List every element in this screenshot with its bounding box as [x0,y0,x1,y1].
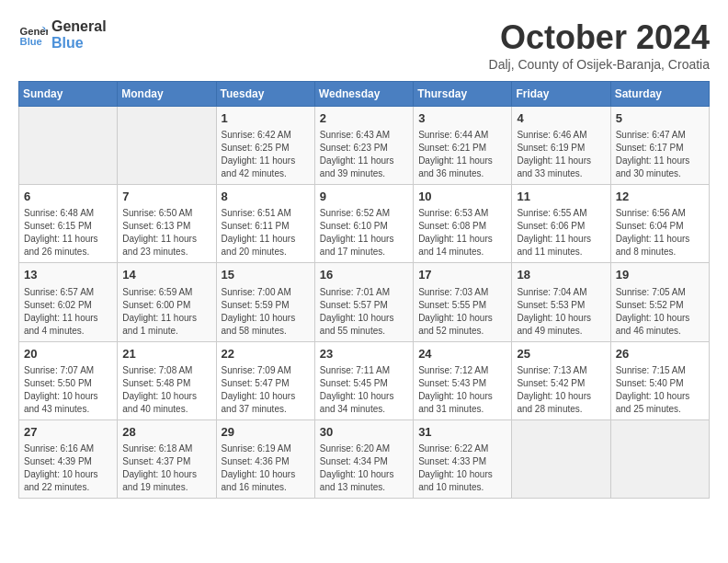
calendar-cell [118,107,216,185]
day-number: 15 [222,267,310,283]
day-number: 13 [24,267,112,283]
day-number: 17 [418,267,506,283]
calendar-cell: 6Sunrise: 6:48 AM Sunset: 6:15 PM Daylig… [19,185,118,263]
calendar-cell: 26Sunrise: 7:15 AM Sunset: 5:40 PM Dayli… [610,341,709,419]
day-number: 28 [122,424,210,441]
calendar-cell: 8Sunrise: 6:51 AM Sunset: 6:11 PM Daylig… [216,185,314,263]
calendar-body: 1Sunrise: 6:42 AM Sunset: 6:25 PM Daylig… [19,107,710,499]
calendar-cell: 13Sunrise: 6:57 AM Sunset: 6:02 PM Dayli… [19,263,118,341]
calendar-cell: 23Sunrise: 7:11 AM Sunset: 5:45 PM Dayli… [314,341,413,419]
day-number: 8 [222,189,310,205]
calendar-header-row: SundayMondayTuesdayWednesdayThursdayFrid… [19,82,710,107]
day-number: 7 [122,189,210,205]
day-number: 14 [122,267,210,283]
calendar-week-5: 27Sunrise: 6:16 AM Sunset: 4:39 PM Dayli… [19,419,710,498]
day-content: Sunrise: 6:56 AM Sunset: 6:04 PM Dayligh… [616,207,704,259]
calendar-cell [512,419,610,498]
day-content: Sunrise: 6:46 AM Sunset: 6:19 PM Dayligh… [517,129,605,180]
calendar-cell: 19Sunrise: 7:05 AM Sunset: 5:52 PM Dayli… [610,263,709,341]
calendar-cell: 12Sunrise: 6:56 AM Sunset: 6:04 PM Dayli… [610,185,709,263]
page-header: General Blue General Blue October 2024 D… [18,18,710,72]
title-block: October 2024 Dalj, County of Osijek-Bara… [489,18,710,72]
day-number: 21 [122,346,210,362]
day-content: Sunrise: 6:20 AM Sunset: 4:34 PM Dayligh… [320,442,408,494]
svg-text:Blue: Blue [20,36,42,47]
day-number: 4 [517,110,605,127]
calendar-cell: 20Sunrise: 7:07 AM Sunset: 5:50 PM Dayli… [19,341,118,419]
location-subtitle: Dalj, County of Osijek-Baranja, Croatia [489,57,710,72]
day-content: Sunrise: 6:59 AM Sunset: 6:00 PM Dayligh… [122,286,210,338]
day-number: 12 [616,189,704,205]
day-number: 30 [320,424,408,441]
header-day-thursday: Thursday [414,82,512,107]
day-content: Sunrise: 6:55 AM Sunset: 6:06 PM Dayligh… [517,207,605,259]
calendar-cell: 24Sunrise: 7:12 AM Sunset: 5:43 PM Dayli… [414,341,512,419]
day-content: Sunrise: 6:22 AM Sunset: 4:33 PM Dayligh… [418,442,506,494]
day-number: 31 [418,424,506,441]
header-day-friday: Friday [512,82,610,107]
day-content: Sunrise: 7:01 AM Sunset: 5:57 PM Dayligh… [320,286,408,338]
calendar-cell: 5Sunrise: 6:47 AM Sunset: 6:17 PM Daylig… [610,107,709,185]
day-number: 23 [320,346,408,362]
calendar-cell: 11Sunrise: 6:55 AM Sunset: 6:06 PM Dayli… [512,185,610,263]
logo: General Blue General Blue [18,18,107,51]
day-number: 29 [222,424,310,441]
logo-icon: General Blue [18,20,48,50]
calendar-week-3: 13Sunrise: 6:57 AM Sunset: 6:02 PM Dayli… [19,263,710,341]
day-number: 24 [418,346,506,362]
day-number: 18 [517,267,605,283]
day-content: Sunrise: 7:13 AM Sunset: 5:42 PM Dayligh… [517,364,605,416]
day-number: 27 [24,424,112,441]
calendar-cell: 29Sunrise: 6:19 AM Sunset: 4:36 PM Dayli… [216,419,314,498]
day-number: 6 [24,189,112,205]
header-day-monday: Monday [118,82,216,107]
day-number: 9 [320,189,408,205]
day-number: 5 [616,110,704,127]
calendar-week-4: 20Sunrise: 7:07 AM Sunset: 5:50 PM Dayli… [19,341,710,419]
day-content: Sunrise: 7:11 AM Sunset: 5:45 PM Dayligh… [320,364,408,416]
day-content: Sunrise: 6:44 AM Sunset: 6:21 PM Dayligh… [418,129,506,180]
day-content: Sunrise: 7:07 AM Sunset: 5:50 PM Dayligh… [24,364,112,416]
day-content: Sunrise: 7:03 AM Sunset: 5:55 PM Dayligh… [418,286,506,338]
day-content: Sunrise: 6:48 AM Sunset: 6:15 PM Dayligh… [24,207,112,259]
day-content: Sunrise: 7:08 AM Sunset: 5:48 PM Dayligh… [122,364,210,416]
calendar-cell: 14Sunrise: 6:59 AM Sunset: 6:00 PM Dayli… [118,263,216,341]
day-content: Sunrise: 6:19 AM Sunset: 4:36 PM Dayligh… [222,442,310,494]
calendar-cell: 10Sunrise: 6:53 AM Sunset: 6:08 PM Dayli… [414,185,512,263]
header-day-saturday: Saturday [610,82,709,107]
calendar-cell: 27Sunrise: 6:16 AM Sunset: 4:39 PM Dayli… [19,419,118,498]
day-content: Sunrise: 7:04 AM Sunset: 5:53 PM Dayligh… [517,286,605,338]
day-content: Sunrise: 7:12 AM Sunset: 5:43 PM Dayligh… [418,364,506,416]
logo-blue: Blue [51,35,107,52]
day-content: Sunrise: 6:50 AM Sunset: 6:13 PM Dayligh… [122,207,210,259]
calendar-cell: 17Sunrise: 7:03 AM Sunset: 5:55 PM Dayli… [414,263,512,341]
day-content: Sunrise: 7:05 AM Sunset: 5:52 PM Dayligh… [616,286,704,338]
day-content: Sunrise: 6:42 AM Sunset: 6:25 PM Dayligh… [222,129,310,180]
day-content: Sunrise: 6:57 AM Sunset: 6:02 PM Dayligh… [24,286,112,338]
day-number: 19 [616,267,704,283]
day-number: 26 [616,346,704,362]
logo-general: General [51,18,107,35]
day-content: Sunrise: 6:47 AM Sunset: 6:17 PM Dayligh… [616,129,704,180]
day-number: 20 [24,346,112,362]
calendar-cell: 16Sunrise: 7:01 AM Sunset: 5:57 PM Dayli… [314,263,413,341]
day-content: Sunrise: 7:09 AM Sunset: 5:47 PM Dayligh… [222,364,310,416]
calendar-cell: 4Sunrise: 6:46 AM Sunset: 6:19 PM Daylig… [512,107,610,185]
calendar-cell: 3Sunrise: 6:44 AM Sunset: 6:21 PM Daylig… [414,107,512,185]
header-day-wednesday: Wednesday [314,82,413,107]
calendar-cell: 30Sunrise: 6:20 AM Sunset: 4:34 PM Dayli… [314,419,413,498]
day-content: Sunrise: 6:53 AM Sunset: 6:08 PM Dayligh… [418,207,506,259]
day-content: Sunrise: 6:51 AM Sunset: 6:11 PM Dayligh… [222,207,310,259]
calendar-cell [19,107,118,185]
calendar-cell: 22Sunrise: 7:09 AM Sunset: 5:47 PM Dayli… [216,341,314,419]
day-number: 10 [418,189,506,205]
calendar-table: SundayMondayTuesdayWednesdayThursdayFrid… [18,81,710,499]
day-number: 3 [418,110,506,127]
calendar-cell: 28Sunrise: 6:18 AM Sunset: 4:37 PM Dayli… [118,419,216,498]
header-day-tuesday: Tuesday [216,82,314,107]
calendar-cell: 2Sunrise: 6:43 AM Sunset: 6:23 PM Daylig… [314,107,413,185]
header-day-sunday: Sunday [19,82,118,107]
calendar-week-1: 1Sunrise: 6:42 AM Sunset: 6:25 PM Daylig… [19,107,710,185]
day-content: Sunrise: 7:00 AM Sunset: 5:59 PM Dayligh… [222,286,310,338]
calendar-cell: 7Sunrise: 6:50 AM Sunset: 6:13 PM Daylig… [118,185,216,263]
